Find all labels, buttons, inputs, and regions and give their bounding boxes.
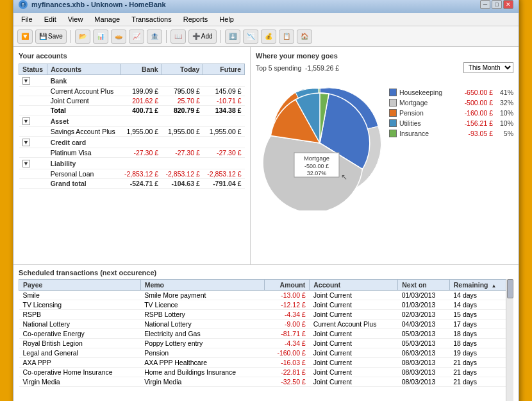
table-row[interactable]: Savings Account Plus 1,955.00 £ 1,955.00… xyxy=(19,127,245,137)
budget-button[interactable]: 💰 xyxy=(261,30,276,44)
sched-amount: -4.34 £ xyxy=(264,310,309,320)
legend-name-insurance: Insurance xyxy=(399,130,452,137)
asset-group-label: Asset xyxy=(47,115,245,127)
pie-icon: 🥧 xyxy=(115,33,122,40)
legend-pension: Pension -160.00 £ 10% xyxy=(389,109,513,117)
menu-edit[interactable]: Edit xyxy=(39,14,62,24)
book-icon: 📖 xyxy=(174,33,182,40)
grand-total-bank: -524.71 £ xyxy=(120,179,162,189)
account-future: 1,955.00 £ xyxy=(203,127,245,137)
menu-transactions[interactable]: Transactions xyxy=(126,14,177,24)
open-button[interactable]: 📂 xyxy=(75,30,90,44)
sched-amount: -16.03 £ xyxy=(264,358,309,368)
scheduled-table: Payee Memo Amount Account Next on Remain… xyxy=(19,279,513,387)
table-row[interactable]: Legal and General Pension -160.00 £ Join… xyxy=(19,348,513,358)
sched-next-on: 01/03/2013 xyxy=(398,291,450,300)
bank-collapse[interactable]: ▼ xyxy=(19,75,47,87)
sched-remaining: 21 days xyxy=(449,368,513,377)
sched-account: Joint Current xyxy=(310,291,398,300)
pie-button[interactable]: 🥧 xyxy=(111,30,126,44)
home-button[interactable]: 🏠 xyxy=(297,30,312,44)
dropdown-button[interactable]: 🔽 xyxy=(17,30,33,44)
table-row[interactable]: TV Licensing TV Licence -12.12 £ Joint C… xyxy=(19,300,513,310)
menu-help[interactable]: Help xyxy=(214,14,239,24)
asset-collapse[interactable]: ▼ xyxy=(19,115,47,127)
bar-icon: 📈 xyxy=(133,33,140,40)
toolbar-separator-1 xyxy=(71,30,71,43)
save-button[interactable]: 💾 Save xyxy=(35,30,67,44)
add-label: Add xyxy=(201,33,213,40)
tooltip-pct: 32.07% xyxy=(307,170,327,176)
legend-housekeeping: Housekeeping -650.00 £ 41% xyxy=(389,89,513,96)
table-row[interactable]: Current Account Plus 199.09 £ 795.09 £ 1… xyxy=(19,87,245,96)
sched-memo: Home and Buildings Insurance xyxy=(140,368,264,377)
table-row[interactable]: Co-operative Home Insurance Home and Bui… xyxy=(19,368,513,377)
menu-manage[interactable]: Manage xyxy=(89,14,125,24)
chart1-button[interactable]: 📊 xyxy=(93,30,108,44)
add-button[interactable]: ➕ Add xyxy=(188,30,217,44)
account-button[interactable]: 🏦 xyxy=(147,30,162,44)
sched-memo: Electricity and Gas xyxy=(140,329,264,339)
maximize-button[interactable]: □ xyxy=(492,0,502,9)
report-button[interactable]: 📋 xyxy=(279,30,294,44)
sched-payee: TV Licensing xyxy=(19,300,141,310)
toolbar-separator-2 xyxy=(166,30,167,43)
table-row[interactable]: AXA PPP AXA PPP Healthcare -16.03 £ Join… xyxy=(19,358,513,368)
top-section: Your accounts Status Accounts Bank Today… xyxy=(13,47,519,265)
sched-memo: AXA PPP Healthcare xyxy=(140,358,264,368)
credit-group-label: Credit card xyxy=(47,137,245,148)
book-button[interactable]: 📖 xyxy=(170,30,186,44)
table-row[interactable]: Smile Smile More payment -13.00 £ Joint … xyxy=(19,291,513,300)
budget-icon: 💰 xyxy=(265,33,272,40)
close-button[interactable]: ✕ xyxy=(503,0,513,9)
sched-account: Joint Current xyxy=(310,358,398,368)
table-row[interactable]: National Lottery National Lottery -9.00 … xyxy=(19,320,513,329)
chart1-icon: 📊 xyxy=(97,33,104,40)
toolbar-separator-3 xyxy=(220,30,221,43)
sched-remaining: 15 days xyxy=(449,310,513,320)
scrollbar-thumb[interactable] xyxy=(507,279,513,298)
account-name: Savings Account Plus xyxy=(47,127,121,137)
stats-icon: 📉 xyxy=(247,33,254,40)
table-row[interactable]: Co-operative Energy Electricity and Gas … xyxy=(19,329,513,339)
minimize-button[interactable]: ─ xyxy=(480,0,490,9)
legend-color-housekeeping xyxy=(389,89,397,96)
sched-next-on: 08/03/2013 xyxy=(398,358,450,368)
liability-collapse[interactable]: ▼ xyxy=(19,158,47,169)
import-button[interactable]: ⬇️ xyxy=(225,30,240,44)
legend-amount-insurance: -93.05 £ xyxy=(454,130,493,137)
legend-color-pension xyxy=(389,109,397,117)
sched-amount: -22.81 £ xyxy=(264,368,309,377)
bar-button[interactable]: 📈 xyxy=(129,30,144,44)
col-future: Future xyxy=(203,64,245,75)
table-row[interactable]: Platinum Visa -27.30 £ -27.30 £ -27.30 £ xyxy=(19,148,245,158)
table-row[interactable]: Joint Current 201.62 £ 25.70 £ -10.71 £ xyxy=(19,96,245,106)
window-controls: ─ □ ✕ xyxy=(480,0,513,9)
legend-color-utilities xyxy=(389,119,397,127)
account-bank: -2,853.12 £ xyxy=(120,169,162,179)
table-row[interactable]: Royal British Legion Poppy Lottery entry… xyxy=(19,339,513,348)
account-today: 1,955.00 £ xyxy=(162,127,203,137)
bank-total-today: 820.79 £ xyxy=(162,106,203,115)
table-scroll-area: Payee Memo Amount Account Next on Remain… xyxy=(19,279,513,401)
account-today: -2,853.12 £ xyxy=(162,169,203,179)
credit-collapse[interactable]: ▼ xyxy=(19,137,47,148)
sched-amount: -12.12 £ xyxy=(264,300,309,310)
col-amount: Amount xyxy=(264,280,309,291)
stats-button[interactable]: 📉 xyxy=(243,30,258,44)
period-select[interactable]: This Month Last Month This Year xyxy=(463,62,513,73)
menu-view[interactable]: View xyxy=(63,14,88,24)
menu-reports[interactable]: Reports xyxy=(178,14,213,24)
legend-color-mortgage xyxy=(389,99,397,107)
main-window: $ myfinances.xhb - Unknown - HomeBank ─ … xyxy=(13,0,519,401)
sched-memo: National Lottery xyxy=(140,320,264,329)
sched-next-on: 08/03/2013 xyxy=(398,377,450,387)
menu-file[interactable]: File xyxy=(16,14,38,24)
table-row[interactable]: RSPB RSPB Lottery -4.34 £ Joint Current … xyxy=(19,310,513,320)
grand-total-label: Grand total xyxy=(47,179,121,189)
table-row[interactable]: Personal Loan -2,853.12 £ -2,853.12 £ -2… xyxy=(19,169,245,179)
account-name: Platinum Visa xyxy=(47,148,121,158)
table-row[interactable]: Virgin Media Virgin Media -32.50 £ Joint… xyxy=(19,377,513,387)
scrollbar-track[interactable] xyxy=(506,279,513,401)
account-bank: 199.09 £ xyxy=(120,87,162,96)
